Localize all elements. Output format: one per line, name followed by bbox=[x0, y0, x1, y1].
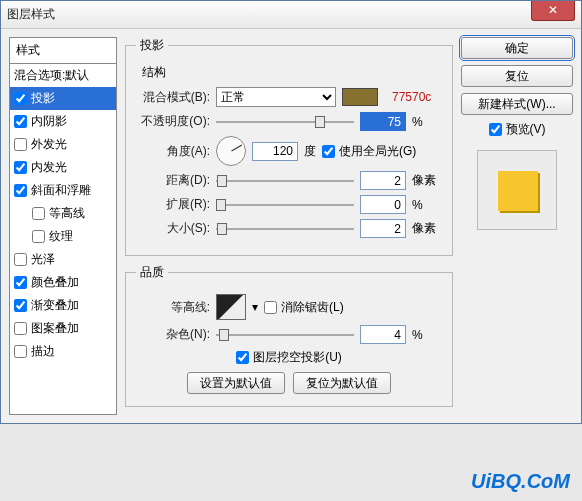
style-blend-options[interactable]: 混合选项:默认 bbox=[10, 64, 116, 87]
size-label: 大小(S): bbox=[136, 220, 210, 237]
px-unit-2: 像素 bbox=[412, 220, 442, 237]
close-button[interactable]: ✕ bbox=[531, 1, 575, 21]
style-item-2[interactable]: 外发光 bbox=[10, 133, 116, 156]
style-checkbox[interactable] bbox=[14, 253, 27, 266]
preview-checkbox[interactable]: 预览(V) bbox=[461, 121, 573, 138]
drop-shadow-group: 投影 结构 混合模式(B): 正常 77570c 不透明度(O): % 角度(A… bbox=[125, 37, 453, 256]
style-checkbox[interactable] bbox=[14, 276, 27, 289]
contour-label: 等高线: bbox=[136, 299, 210, 316]
angle-input[interactable] bbox=[252, 142, 298, 161]
angle-label: 角度(A): bbox=[136, 143, 210, 160]
opacity-input[interactable] bbox=[360, 112, 406, 131]
styles-header[interactable]: 样式 bbox=[10, 38, 116, 64]
quality-group: 品质 等高线: ▾ 消除锯齿(L) 杂色(N): % bbox=[125, 264, 453, 407]
style-item-6[interactable]: 纹理 bbox=[10, 225, 116, 248]
distance-input[interactable] bbox=[360, 171, 406, 190]
global-light-checkbox[interactable]: 使用全局光(G) bbox=[322, 143, 416, 160]
new-style-button[interactable]: 新建样式(W)... bbox=[461, 93, 573, 115]
style-label: 图案叠加 bbox=[31, 320, 79, 337]
color-swatch[interactable] bbox=[342, 88, 378, 106]
px-unit-1: 像素 bbox=[412, 172, 442, 189]
noise-slider[interactable] bbox=[216, 327, 354, 343]
size-input[interactable] bbox=[360, 219, 406, 238]
distance-label: 距离(D): bbox=[136, 172, 210, 189]
right-panel: 确定 复位 新建样式(W)... 预览(V) bbox=[461, 37, 573, 415]
angle-dial[interactable] bbox=[216, 136, 246, 166]
noise-label: 杂色(N): bbox=[136, 326, 210, 343]
style-checkbox[interactable] bbox=[14, 161, 27, 174]
style-label: 投影 bbox=[31, 90, 55, 107]
spread-label: 扩展(R): bbox=[136, 196, 210, 213]
style-item-10[interactable]: 图案叠加 bbox=[10, 317, 116, 340]
window-title: 图层样式 bbox=[7, 6, 55, 23]
contour-picker[interactable] bbox=[216, 294, 246, 320]
style-checkbox[interactable] bbox=[14, 138, 27, 151]
antialias-checkbox[interactable]: 消除锯齿(L) bbox=[264, 299, 344, 316]
style-label: 渐变叠加 bbox=[31, 297, 79, 314]
quality-legend: 品质 bbox=[136, 264, 168, 281]
blend-mode-select[interactable]: 正常 bbox=[216, 87, 336, 107]
size-slider[interactable] bbox=[216, 221, 354, 237]
styles-panel: 样式 混合选项:默认 投影内阴影外发光内发光斜面和浮雕等高线纹理光泽颜色叠加渐变… bbox=[9, 37, 117, 415]
preview-swatch bbox=[498, 171, 538, 211]
titlebar[interactable]: 图层样式 ✕ bbox=[1, 1, 581, 29]
reset-default-button[interactable]: 复位为默认值 bbox=[293, 372, 391, 394]
chevron-down-icon[interactable]: ▾ bbox=[252, 300, 258, 314]
ok-button[interactable]: 确定 bbox=[461, 37, 573, 59]
style-item-7[interactable]: 光泽 bbox=[10, 248, 116, 271]
style-checkbox[interactable] bbox=[14, 92, 27, 105]
styles-list: 混合选项:默认 投影内阴影外发光内发光斜面和浮雕等高线纹理光泽颜色叠加渐变叠加图… bbox=[10, 64, 116, 363]
structure-label: 结构 bbox=[142, 64, 442, 81]
opacity-label: 不透明度(O): bbox=[136, 113, 210, 130]
percent-unit-3: % bbox=[412, 328, 442, 342]
style-checkbox[interactable] bbox=[14, 184, 27, 197]
spread-input[interactable] bbox=[360, 195, 406, 214]
group-legend: 投影 bbox=[136, 37, 168, 54]
layer-style-dialog: 图层样式 ✕ 样式 混合选项:默认 投影内阴影外发光内发光斜面和浮雕等高线纹理光… bbox=[0, 0, 582, 424]
percent-unit-2: % bbox=[412, 198, 442, 212]
style-checkbox[interactable] bbox=[14, 322, 27, 335]
style-label: 内发光 bbox=[31, 159, 67, 176]
opacity-slider[interactable] bbox=[216, 114, 354, 130]
style-item-4[interactable]: 斜面和浮雕 bbox=[10, 179, 116, 202]
color-hex: 77570c bbox=[392, 90, 431, 104]
distance-slider[interactable] bbox=[216, 173, 354, 189]
spread-slider[interactable] bbox=[216, 197, 354, 213]
style-label: 颜色叠加 bbox=[31, 274, 79, 291]
style-label: 等高线 bbox=[49, 205, 85, 222]
style-checkbox[interactable] bbox=[14, 115, 27, 128]
style-checkbox[interactable] bbox=[32, 230, 45, 243]
options-panel: 投影 结构 混合模式(B): 正常 77570c 不透明度(O): % 角度(A… bbox=[125, 37, 453, 415]
style-checkbox[interactable] bbox=[14, 345, 27, 358]
style-label: 外发光 bbox=[31, 136, 67, 153]
degree-unit: 度 bbox=[304, 143, 316, 160]
style-label: 斜面和浮雕 bbox=[31, 182, 91, 199]
style-item-3[interactable]: 内发光 bbox=[10, 156, 116, 179]
style-item-8[interactable]: 颜色叠加 bbox=[10, 271, 116, 294]
percent-unit: % bbox=[412, 115, 442, 129]
knockout-checkbox[interactable]: 图层挖空投影(U) bbox=[236, 349, 342, 366]
blend-mode-label: 混合模式(B): bbox=[136, 89, 210, 106]
style-label: 描边 bbox=[31, 343, 55, 360]
noise-input[interactable] bbox=[360, 325, 406, 344]
style-item-5[interactable]: 等高线 bbox=[10, 202, 116, 225]
cancel-button[interactable]: 复位 bbox=[461, 65, 573, 87]
style-item-1[interactable]: 内阴影 bbox=[10, 110, 116, 133]
style-label: 内阴影 bbox=[31, 113, 67, 130]
style-checkbox[interactable] bbox=[32, 207, 45, 220]
preview-thumbnail bbox=[477, 150, 557, 230]
watermark-text: UiBQ.CoM bbox=[471, 470, 570, 493]
style-label: 光泽 bbox=[31, 251, 55, 268]
style-checkbox[interactable] bbox=[14, 299, 27, 312]
style-item-9[interactable]: 渐变叠加 bbox=[10, 294, 116, 317]
style-item-11[interactable]: 描边 bbox=[10, 340, 116, 363]
style-item-0[interactable]: 投影 bbox=[10, 87, 116, 110]
style-label: 纹理 bbox=[49, 228, 73, 245]
make-default-button[interactable]: 设置为默认值 bbox=[187, 372, 285, 394]
